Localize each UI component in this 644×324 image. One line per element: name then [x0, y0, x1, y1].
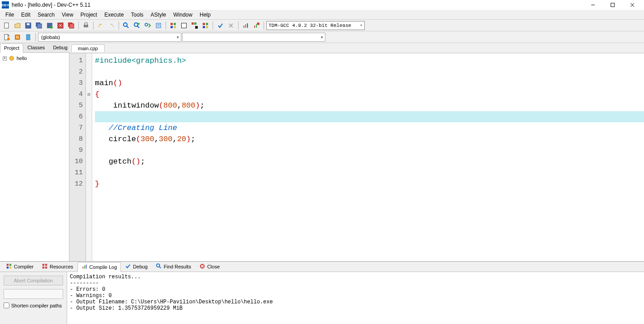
- bottom-tab-resources[interactable]: Resources: [38, 262, 77, 272]
- delete-profile-button[interactable]: [252, 21, 261, 30]
- run-button[interactable]: [179, 21, 189, 30]
- svg-rect-24: [156, 23, 161, 28]
- compile-blank-button[interactable]: [4, 289, 63, 299]
- code-editor[interactable]: 123456789101112 ⊟ #include<graphics.h> m…: [69, 53, 644, 261]
- svg-rect-44: [247, 23, 248, 28]
- svg-point-22: [138, 23, 140, 25]
- window-title: hello - [hello.dev] - Dev-C++ 5.11: [12, 2, 583, 8]
- new-file-button[interactable]: [2, 21, 12, 30]
- svg-rect-56: [43, 264, 44, 266]
- svg-point-10: [50, 26, 53, 29]
- svg-rect-52: [7, 264, 9, 266]
- left-tab-project[interactable]: Project: [0, 43, 23, 53]
- bottom-tab-find-results[interactable]: Find Results: [152, 262, 195, 272]
- bottom-tab-compiler[interactable]: Compiler: [2, 262, 38, 272]
- member-combo[interactable]: [182, 33, 325, 42]
- bookmark-button[interactable]: [23, 32, 33, 42]
- svg-rect-55: [9, 267, 11, 268]
- save-all-button[interactable]: [34, 21, 44, 30]
- menu-search[interactable]: Search: [34, 11, 58, 19]
- svg-point-47: [257, 22, 260, 25]
- bottom-tabs: CompilerResourcesCompile LogDebugFind Re…: [0, 262, 644, 272]
- toolbar-main: TDM-GCC 4.9.2 32-bit Release: [0, 20, 644, 31]
- menu-file[interactable]: File: [2, 11, 17, 19]
- rebuild-button[interactable]: [200, 21, 210, 30]
- close-file-button[interactable]: [55, 21, 65, 30]
- svg-rect-28: [174, 23, 176, 25]
- svg-rect-37: [206, 23, 208, 25]
- tree-root-label: hello: [17, 56, 27, 61]
- code-content[interactable]: #include<graphics.h> main() { initwindow…: [92, 53, 644, 261]
- bottom-tab-debug[interactable]: Debug: [121, 262, 151, 272]
- maximize-button[interactable]: [603, 0, 623, 10]
- left-panel-tabs: ProjectClassesDebug: [0, 43, 69, 53]
- left-tab-classes[interactable]: Classes: [23, 43, 49, 52]
- menu-help[interactable]: Help: [196, 11, 214, 19]
- svg-rect-62: [85, 265, 86, 269]
- search-icon: [156, 263, 162, 270]
- new-class-button[interactable]: [2, 32, 12, 42]
- editor-area: main.cpp 123456789101112 ⊟ #include<grap…: [69, 43, 644, 261]
- shorten-paths-input[interactable]: [4, 302, 9, 308]
- tree-root-item[interactable]: + hello: [2, 55, 67, 62]
- svg-point-23: [145, 23, 148, 26]
- svg-point-18: [124, 23, 127, 26]
- close-all-button[interactable]: [66, 21, 76, 30]
- compiler-profile-combo[interactable]: TDM-GCC 4.9.2 32-bit Release: [266, 21, 365, 30]
- save-button[interactable]: [23, 21, 33, 30]
- close-button[interactable]: [623, 0, 642, 10]
- bottom-tab-compile-log[interactable]: Compile Log: [77, 262, 121, 272]
- svg-line-21: [137, 26, 139, 28]
- open-button[interactable]: [13, 21, 22, 30]
- print-button[interactable]: [81, 21, 91, 30]
- profile-button[interactable]: [241, 21, 251, 30]
- compile-run-button[interactable]: [190, 21, 200, 30]
- compile-output[interactable]: Compilation results... --------- - Error…: [67, 272, 644, 324]
- menu-project[interactable]: Project: [77, 11, 101, 19]
- stop-button[interactable]: [226, 21, 236, 30]
- bottom-panel: CompilerResourcesCompile LogDebugFind Re…: [0, 261, 644, 324]
- goto-button[interactable]: [154, 21, 163, 30]
- expand-icon[interactable]: +: [3, 56, 7, 60]
- abort-compilation-button: Abort Compilation: [4, 276, 63, 285]
- left-tab-debug[interactable]: Debug: [49, 43, 71, 52]
- debug-button[interactable]: [215, 21, 225, 30]
- svg-rect-42: [243, 26, 244, 28]
- shorten-paths-checkbox[interactable]: Shorten compiler paths: [4, 302, 63, 308]
- svg-rect-32: [182, 23, 186, 28]
- undo-button[interactable]: [96, 21, 106, 30]
- redo-button[interactable]: [107, 21, 116, 30]
- menubar: FileEditSearchViewProjectExecuteToolsASt…: [0, 10, 644, 20]
- shorten-paths-label: Shorten compiler paths: [11, 303, 62, 308]
- scope-combo[interactable]: (globals): [38, 33, 181, 42]
- svg-point-49: [7, 38, 10, 40]
- svg-rect-1: [611, 3, 614, 7]
- menu-view[interactable]: View: [58, 11, 77, 19]
- menu-window[interactable]: Window: [170, 11, 196, 19]
- svg-rect-61: [84, 265, 85, 268]
- bottom-tab-close[interactable]: Close: [195, 262, 224, 272]
- save-as-button[interactable]: [45, 21, 55, 30]
- find-button[interactable]: [121, 21, 131, 30]
- svg-rect-45: [254, 26, 255, 28]
- compile-button[interactable]: [168, 21, 178, 30]
- menu-tools[interactable]: Tools: [128, 11, 147, 19]
- file-tab[interactable]: main.cpp: [71, 44, 105, 52]
- minimize-button[interactable]: [583, 0, 603, 10]
- menu-astyle[interactable]: AStyle: [147, 11, 170, 19]
- find-next-button[interactable]: [143, 21, 153, 30]
- insert-button[interactable]: [13, 32, 22, 42]
- replace-button[interactable]: [132, 21, 142, 30]
- svg-rect-39: [206, 26, 208, 28]
- svg-rect-38: [203, 26, 205, 28]
- menu-edit[interactable]: Edit: [17, 11, 34, 19]
- close-icon: [199, 263, 205, 270]
- menu-execute[interactable]: Execute: [101, 11, 127, 19]
- svg-line-19: [127, 26, 128, 28]
- svg-rect-51: [26, 35, 30, 40]
- fold-column: ⊟: [86, 53, 92, 261]
- svg-rect-33: [192, 22, 194, 25]
- svg-rect-59: [45, 267, 47, 268]
- project-tree[interactable]: + hello: [0, 53, 69, 261]
- toolbar-secondary: (globals): [0, 31, 644, 43]
